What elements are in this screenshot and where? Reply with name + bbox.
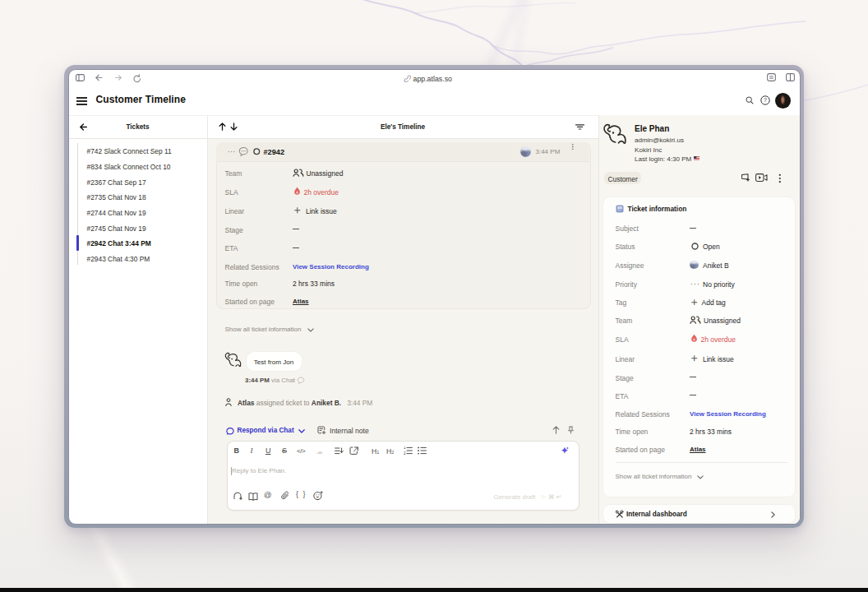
svg-text:?: ? <box>764 97 767 103</box>
svg-text:1: 1 <box>404 446 406 450</box>
svg-text:2: 2 <box>404 451 406 455</box>
